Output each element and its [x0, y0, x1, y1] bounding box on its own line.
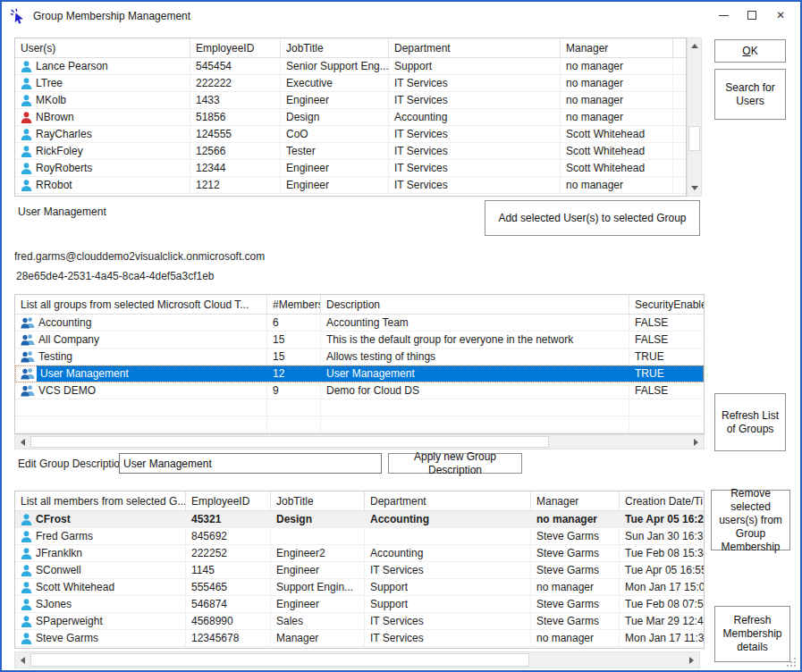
column-header[interactable]: User(s): [15, 38, 190, 57]
cell-department: IT Services: [389, 160, 561, 176]
column-header[interactable]: Manager: [561, 38, 673, 57]
maximize-icon[interactable]: [738, 3, 766, 28]
column-header[interactable]: Department: [365, 491, 531, 510]
users-table-vertical-scrollbar[interactable]: [687, 38, 702, 197]
table-row[interactable]: SPaperweight4568990SalesIT ServicesSteve…: [15, 613, 704, 630]
cell-members: 6: [267, 315, 321, 331]
column-header[interactable]: Description: [321, 295, 629, 314]
user-icon: [21, 60, 32, 73]
group-description-input[interactable]: [119, 453, 382, 474]
column-header[interactable]: JobTitle: [281, 38, 389, 57]
scrollbar-thumb[interactable]: [30, 436, 549, 448]
cell-text: SConwell: [36, 564, 81, 576]
table-row[interactable]: User Management12User ManagementTRUE: [15, 365, 704, 382]
cell-name: RoyRoberts: [15, 160, 190, 176]
cell-department: IT Services: [389, 143, 561, 159]
table-row[interactable]: NBrown51856DesignAccountingno manager: [15, 109, 686, 126]
table-row[interactable]: Accounting6Accounting TeamFALSE: [15, 315, 704, 332]
cell-employee_id: 845692: [186, 528, 271, 544]
scroll-right-icon[interactable]: [684, 652, 699, 668]
cell-text: All Company: [38, 333, 99, 346]
cell-security_enabled: [629, 399, 705, 416]
column-header[interactable]: Department: [389, 38, 561, 57]
table-row[interactable]: Lance Pearson545454Senior Support Eng...…: [15, 58, 686, 75]
cell-employee_id: 545454: [190, 58, 281, 74]
table-row[interactable]: CFrost45321DesignAccountingno managerTue…: [15, 511, 704, 528]
refresh-list-of-groups-button[interactable]: Refresh List of Groups: [714, 393, 786, 451]
column-header[interactable]: EmployeeID: [190, 38, 281, 57]
cell-created: Tue Apr 05 16:55:: [620, 562, 705, 578]
table-row[interactable]: MKolb1433EngineerIT Servicesno manager: [15, 92, 686, 109]
table-row[interactable]: SJones546874EngineerSupportSteve GarmsTu…: [15, 596, 704, 613]
cell-name: CFrost: [15, 511, 186, 527]
column-header[interactable]: EmployeeID: [186, 491, 271, 510]
table-row[interactable]: RRobot1212EngineerIT Servicesno manager: [15, 177, 686, 194]
cell-name: NBrown: [15, 109, 190, 125]
table-row[interactable]: Fred Garms845692Steve GarmsSun Jan 30 16…: [15, 528, 704, 545]
table-row[interactable]: LTree222222ExecutiveIT Servicesno manage…: [15, 75, 686, 92]
scroll-up-icon[interactable]: [688, 38, 701, 54]
cell-manager: Scott Whitehead: [561, 143, 673, 159]
cell-security_enabled: TRUE: [629, 365, 705, 382]
column-header[interactable]: Manager: [531, 491, 620, 510]
refresh-membership-details-button[interactable]: Refresh Membership details: [714, 606, 790, 662]
cell-job_title: Engineer: [281, 160, 389, 176]
scrollbar-thumb[interactable]: [688, 126, 700, 151]
cell-filler: [673, 143, 686, 159]
cell-employee_id: 12345678: [186, 630, 271, 646]
cell-employee_id: 12566: [190, 143, 281, 159]
cell-name: RayCharles: [15, 126, 190, 142]
scroll-down-icon[interactable]: [688, 181, 701, 196]
table-row[interactable]: RoyRoberts12344EngineerIT ServicesScott …: [15, 160, 686, 177]
column-header[interactable]: #Members: [267, 295, 321, 314]
table-row[interactable]: Testing15Allows testing of thingsTRUE: [15, 349, 704, 365]
group-membership-management-window: Group Membership Management User(s)Emplo…: [0, 0, 802, 672]
user-icon: [21, 632, 32, 645]
cell-job_title: Sales: [271, 613, 365, 629]
column-header[interactable]: List all members from selected G...: [15, 491, 186, 510]
members-table-horizontal-scrollbar[interactable]: [14, 651, 700, 668]
cell-name: User Management: [15, 365, 267, 382]
apply-new-group-description-button[interactable]: Apply new Group Description: [388, 453, 522, 474]
scroll-left-icon[interactable]: [15, 652, 30, 668]
table-row[interactable]: Steve Garms12345678ManagerIT Servicesno …: [15, 630, 704, 647]
column-header[interactable]: Creation Date/Ti: [620, 491, 705, 510]
table-row[interactable]: Scott Whitehead555465Support Engin...Sup…: [15, 579, 704, 596]
cell-job_title: Engineer: [271, 562, 365, 578]
resize-grip-icon[interactable]: [787, 658, 796, 667]
group-icon: [21, 333, 35, 346]
table-row-empty[interactable]: [15, 416, 704, 433]
selected-group-caption: User Management: [18, 206, 106, 218]
users-table-header: User(s)EmployeeIDJobTitleDepartmentManag…: [15, 38, 686, 58]
scrollbar-thumb[interactable]: [30, 653, 529, 667]
table-row[interactable]: JFranklkn222252Engineer2AccountingSteve …: [15, 545, 704, 562]
minimize-icon[interactable]: [709, 3, 738, 28]
cell-description: Demo for Cloud DS: [321, 382, 629, 399]
close-icon[interactable]: [766, 3, 795, 28]
cell-security_enabled: TRUE: [629, 349, 705, 365]
cell-job_title: [271, 528, 365, 544]
scroll-left-icon[interactable]: [15, 435, 30, 449]
groups-table-horizontal-scrollbar[interactable]: [14, 434, 705, 449]
remove-selected-users-button[interactable]: Remove selected users(s) from Group Memb…: [711, 490, 790, 550]
cell-description: Allows testing of things: [321, 349, 629, 365]
table-row[interactable]: RayCharles124555CoOIT ServicesScott Whit…: [15, 126, 686, 143]
table-row[interactable]: All Company15This is the default group f…: [15, 332, 704, 349]
column-header[interactable]: SecurityEnable: [629, 295, 705, 314]
column-header[interactable]: JobTitle: [271, 491, 365, 510]
search-for-users-button[interactable]: Search for Users: [714, 69, 786, 120]
cell-created: Mon Jan 17 11:39: [620, 630, 705, 646]
cell-text: RoyRoberts: [36, 162, 92, 174]
ok-button[interactable]: OK: [714, 39, 786, 63]
members-table-header: List all members from selected G...Emplo…: [15, 491, 704, 511]
table-row-empty[interactable]: [15, 399, 704, 416]
table-row[interactable]: VCS DEMO9Demo for Cloud DSFALSE: [15, 382, 704, 399]
table-row[interactable]: RickFoley12566TesterIT ServicesScott Whi…: [15, 143, 686, 160]
user-icon: [21, 530, 32, 543]
cell-manager: Steve Garms: [531, 613, 620, 629]
cell-job_title: Design: [271, 511, 365, 527]
add-users-to-group-button[interactable]: Add selected User(s) to selected Group: [485, 200, 700, 236]
table-row[interactable]: SConwell1145EngineerIT ServicesSteve Gar…: [15, 562, 704, 579]
scroll-right-icon[interactable]: [688, 435, 704, 449]
column-header[interactable]: List all groups from selected Microsoft …: [15, 295, 267, 314]
